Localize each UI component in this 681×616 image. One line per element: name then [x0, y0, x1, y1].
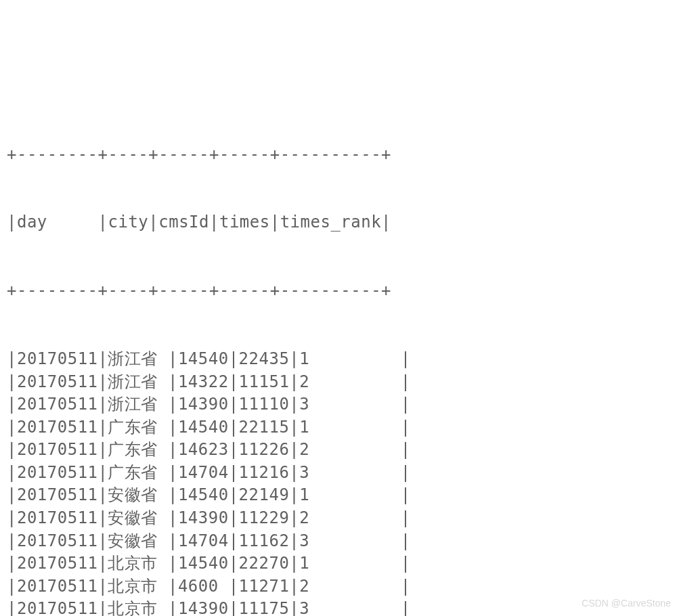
ascii-table: +--------+----+-----+-----+----------+ |…	[7, 97, 674, 616]
table-row: |20170511|安徽省 |14704|11162|3 |	[7, 530, 674, 553]
separator-mid: +--------+----+-----+-----+----------+	[7, 280, 674, 303]
table-row: |20170511|浙江省 |14390|11110|3 |	[7, 393, 674, 416]
separator-top: +--------+----+-----+-----+----------+	[7, 144, 674, 167]
table-row: |20170511|广东省 |14704|11216|3 |	[7, 462, 674, 485]
table-row: |20170511|广东省 |14540|22115|1 |	[7, 416, 674, 439]
table-header: |day |city|cmsId|times|times_rank|	[7, 211, 674, 234]
table-row: |20170511|北京市 |4600 |11271|2 |	[7, 575, 674, 598]
table-row: |20170511|浙江省 |14540|22435|1 |	[7, 348, 674, 371]
table-row: |20170511|北京市 |14540|22270|1 |	[7, 552, 674, 575]
table-row: |20170511|安徽省 |14540|22149|1 |	[7, 484, 674, 507]
table-body: |20170511|浙江省 |14540|22435|1 ||20170511|…	[7, 348, 674, 616]
table-row: |20170511|广东省 |14623|11226|2 |	[7, 439, 674, 462]
table-row: |20170511|浙江省 |14322|11151|2 |	[7, 371, 674, 394]
table-row: |20170511|安徽省 |14390|11229|2 |	[7, 507, 674, 530]
watermark: CSDN @CarveStone	[581, 597, 671, 611]
table-row: |20170511|北京市 |14390|11175|3 |	[7, 598, 674, 616]
